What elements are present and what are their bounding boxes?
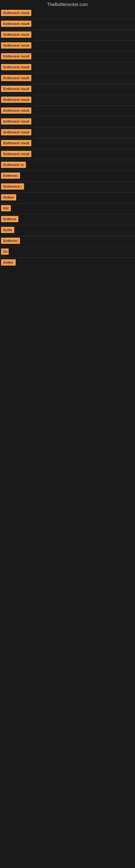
bottleneck-label-18: Bottlen [1,194,16,200]
bottleneck-item-19: Bot [0,204,135,214]
bottleneck-label-4: Bottleneck result [1,42,31,49]
bottleneck-item-8: Bottleneck result [0,84,135,95]
bottleneck-item-22: Bottlenec [0,236,135,247]
bottleneck-item-21: Bottle [0,225,135,236]
bottleneck-item-17: Bottleneck r [0,182,135,193]
bottleneck-item-6: Bottleneck result [0,62,135,73]
bottleneck-label-24: Bottler [1,259,16,266]
bottleneck-label-20: Bottlene [1,216,18,222]
bottleneck-item-23: Bo [0,247,135,258]
bottleneck-label-11: Bottleneck result [1,118,31,124]
bottleneck-label-21: Bottle [1,227,14,233]
bottleneck-label-17: Bottleneck r [1,183,24,190]
bottleneck-item-16: Bottlenec [0,171,135,182]
bottleneck-label-13: Bottleneck result [1,140,31,146]
bottleneck-item-10: Bottleneck result [0,106,135,117]
site-title: TheBottlenecker.com [0,0,135,8]
bottleneck-item-1: Bottleneck result [0,8,135,19]
bottleneck-label-23: Bo [1,248,9,255]
bottleneck-item-11: Bottleneck result [0,117,135,127]
bottleneck-item-20: Bottlene [0,214,135,225]
bottleneck-label-6: Bottleneck result [1,64,31,70]
bottleneck-label-5: Bottleneck result [1,53,31,59]
bottleneck-item-4: Bottleneck result [0,41,135,52]
bottleneck-item-5: Bottleneck result [0,52,135,62]
bottleneck-label-9: Bottleneck result [1,97,31,103]
bottleneck-item-18: Bottlen [0,193,135,204]
bottleneck-item-12: Bottleneck result [0,127,135,138]
bottleneck-item-15: Bottleneck re [0,160,135,171]
bottleneck-label-10: Bottleneck result [1,107,31,114]
bottleneck-label-15: Bottleneck re [1,162,26,168]
bottleneck-item-14: Bottleneck result [0,149,135,160]
bottleneck-label-14: Bottleneck result [1,151,31,157]
bottleneck-label-8: Bottleneck result [1,86,31,92]
bottleneck-label-16: Bottlenec [1,173,20,179]
bottleneck-item-13: Bottleneck result [0,138,135,149]
bottleneck-item-24: Bottler [0,258,135,268]
bottleneck-label-7: Bottleneck result [1,75,31,81]
bottleneck-item-2: Bottleneck result [0,19,135,30]
bottleneck-item-7: Bottleneck result [0,73,135,84]
bottleneck-label-19: Bot [1,205,11,211]
bottleneck-label-3: Bottleneck result [1,31,31,38]
bottleneck-label-22: Bottlenec [1,238,20,244]
bottleneck-label-2: Bottleneck result [1,21,31,27]
bottleneck-label-1: Bottleneck result [1,10,31,16]
bottleneck-item-9: Bottleneck result [0,95,135,106]
bottleneck-item-3: Bottleneck result [0,30,135,41]
bottleneck-label-12: Bottleneck result [1,129,31,135]
bottleneck-list: Bottleneck resultBottleneck resultBottle… [0,8,135,268]
